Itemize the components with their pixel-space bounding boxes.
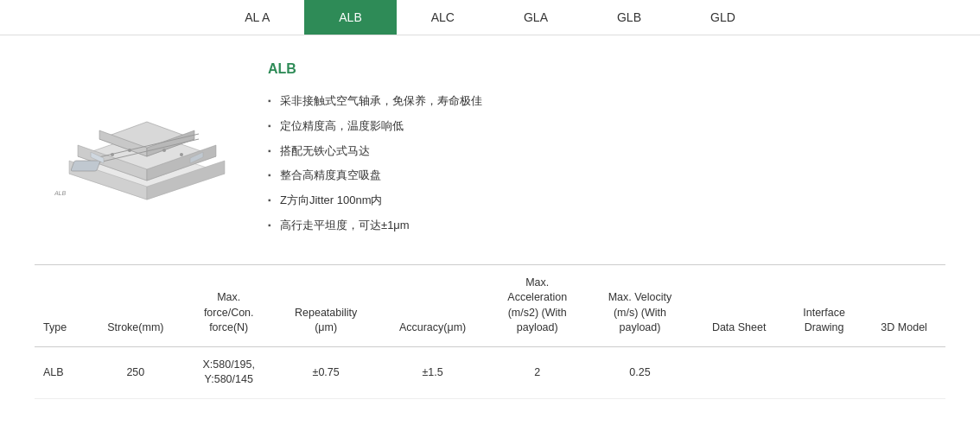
cell-accuracy: ±1.5 — [378, 346, 487, 398]
feature-item-3: 搭配无铁心式马达 — [268, 139, 928, 164]
col-header-stroke: Stroke(mm) — [87, 265, 183, 347]
svg-point-13 — [128, 149, 131, 152]
col-header-force: Max. force/Con. force(N) — [183, 265, 274, 347]
cell-acceleration: 2 — [487, 346, 588, 398]
feature-item-2: 定位精度高，温度影响低 — [268, 114, 928, 139]
svg-point-15 — [180, 153, 183, 156]
feature-item-5: Z方向Jitter 100nm内 — [268, 188, 928, 213]
feature-list: 采非接触式空气轴承，免保养，寿命极佳 定位精度高，温度影响低 搭配无铁心式马达 … — [268, 89, 928, 238]
product-title: ALB — [268, 61, 928, 77]
tab-alc[interactable]: ALC — [397, 0, 489, 35]
cell-repeatability: ±0.75 — [274, 346, 378, 398]
spec-table-wrapper: Type Stroke(mm) Max. force/Con. force(N)… — [0, 265, 980, 425]
feature-item-1: 采非接触式空气轴承，免保养，寿命极佳 — [268, 89, 928, 114]
svg-point-14 — [162, 149, 166, 152]
svg-point-12 — [111, 153, 114, 156]
col-header-datasheet: Data Sheet — [692, 265, 785, 347]
col-header-3dmodel: 3D Model — [862, 265, 945, 347]
product-info: ALB 采非接触式空气轴承，免保养，寿命极佳 定位精度高，温度影响低 搭配无铁心… — [268, 61, 928, 238]
tab-gld[interactable]: GLD — [676, 0, 770, 35]
cell-datasheet[interactable] — [692, 346, 785, 398]
spec-table: Type Stroke(mm) Max. force/Con. force(N)… — [35, 265, 945, 399]
table-row: ALB 250 X:580/195, Y:580/145 ±0.75 ±1.5 … — [35, 346, 945, 398]
tab-gla[interactable]: GLA — [489, 0, 582, 35]
cell-interface[interactable] — [786, 346, 862, 398]
cell-stroke: 250 — [87, 346, 183, 398]
svg-text:ALB: ALB — [54, 190, 67, 196]
svg-rect-11 — [71, 161, 100, 171]
cell-3dmodel[interactable] — [862, 346, 945, 398]
tab-bar: AL A ALB ALC GLA GLB GLD — [0, 0, 980, 35]
col-header-acceleration: Max. Acceleration (m/s2) (With payload) — [487, 265, 588, 347]
table-header-row: Type Stroke(mm) Max. force/Con. force(N)… — [35, 265, 945, 347]
product-image: ALB — [52, 61, 242, 219]
col-header-type: Type — [35, 265, 87, 347]
tab-ala[interactable]: AL A — [210, 0, 304, 35]
cell-type: ALB — [35, 346, 87, 398]
tab-alb[interactable]: ALB — [304, 0, 396, 35]
feature-item-6: 高行走平坦度，可达±1μm — [268, 213, 928, 238]
col-header-interface: Interface Drawing — [786, 265, 862, 347]
col-header-repeatability: Repeatability (μm) — [274, 265, 378, 347]
feature-item-4: 整合高精度真空吸盘 — [268, 163, 928, 188]
cell-velocity: 0.25 — [588, 346, 693, 398]
tab-glb[interactable]: GLB — [582, 0, 676, 35]
cell-force: X:580/195, Y:580/145 — [183, 346, 274, 398]
col-header-velocity: Max. Velocity (m/s) (With payload) — [588, 265, 693, 347]
col-header-accuracy: Accuracy(μm) — [378, 265, 487, 347]
product-section: ALB ALB 采非接触式空气轴承，免保养，寿命极佳 定位精度高，温度影响低 搭… — [0, 35, 980, 264]
